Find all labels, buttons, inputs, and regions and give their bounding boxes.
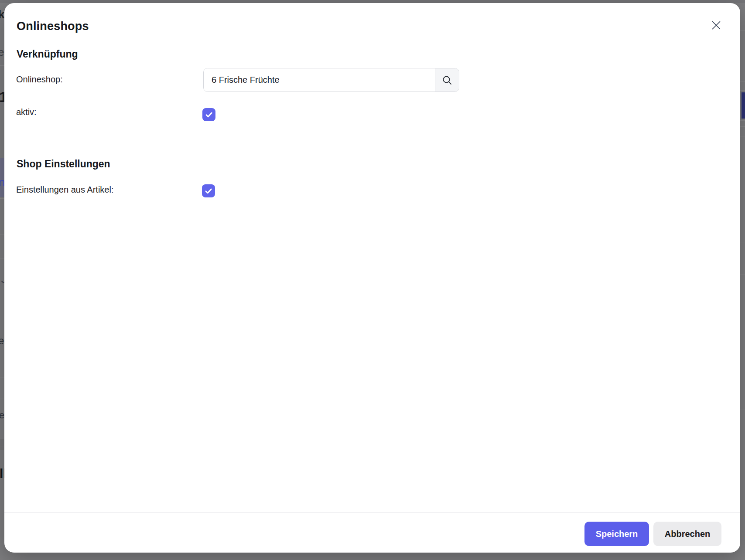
section-divider [17, 141, 729, 141]
background-row-divider [740, 31, 745, 31]
background-section-row [0, 439, 4, 450]
background-page-top-edge [0, 0, 745, 3]
section-heading-shop-einstellungen: Shop Einstellungen [17, 158, 110, 170]
background-row-divider [740, 136, 745, 136]
background-text-fragment: e [0, 47, 4, 58]
checkmark-icon [204, 186, 213, 196]
onlineshop-label: Onlineshop: [16, 75, 63, 85]
background-row-divider [0, 65, 4, 66]
aktiv-label: aktiv: [16, 107, 37, 117]
background-row-divider [0, 301, 4, 301]
search-icon [442, 75, 452, 85]
aktiv-checkbox[interactable] [202, 108, 215, 121]
onlineshops-dialog: Onlineshops Verknüpfung Onlineshop: akti… [4, 3, 740, 553]
background-row-divider [740, 410, 745, 410]
background-row-divider [0, 234, 4, 234]
background-chevron-fragment: ⌄ [0, 275, 4, 285]
cancel-button[interactable]: Abbrechen [653, 522, 721, 546]
footer-divider [4, 512, 740, 512]
background-row-divider [0, 377, 4, 377]
onlineshop-field-group [203, 68, 459, 92]
background-row-divider [0, 258, 4, 258]
background-text-fragment: 1 [0, 89, 4, 104]
background-text-fragment: k [0, 9, 4, 20]
background-row-divider [740, 126, 745, 127]
background-text-fragment: ll [0, 467, 4, 480]
einstellungen-aus-artikel-label: Einstellungen aus Artikel: [16, 185, 113, 195]
background-text-fragment: er [0, 411, 4, 420]
onlineshop-input[interactable] [204, 68, 435, 92]
background-row-divider [740, 242, 745, 242]
background-accent-block [742, 92, 745, 119]
background-row-divider [740, 90, 745, 91]
close-button[interactable] [707, 17, 725, 33]
close-icon [711, 20, 721, 30]
background-text-fragment: e [0, 336, 4, 346]
save-button[interactable]: Speichern [584, 522, 649, 546]
background-row-divider [740, 120, 745, 121]
background-row-divider [740, 275, 745, 275]
dialog-title: Onlineshops [17, 20, 89, 33]
background-text-fragment: n [0, 176, 4, 188]
checkmark-icon [204, 110, 214, 119]
einstellungen-aus-artikel-checkbox[interactable] [202, 184, 215, 197]
background-row-divider [0, 398, 4, 398]
background-row-divider [0, 25, 4, 25]
background-row-divider [0, 447, 4, 447]
background-row-divider [0, 198, 4, 199]
background-row-divider [740, 81, 745, 81]
onlineshop-search-button[interactable] [435, 68, 459, 92]
section-heading-verknuepfung: Verknüpfung [17, 48, 78, 60]
background-page-right-sliver [740, 0, 745, 560]
background-page-left-sliver: k e 1 n ⌄ e er ll [0, 0, 4, 560]
